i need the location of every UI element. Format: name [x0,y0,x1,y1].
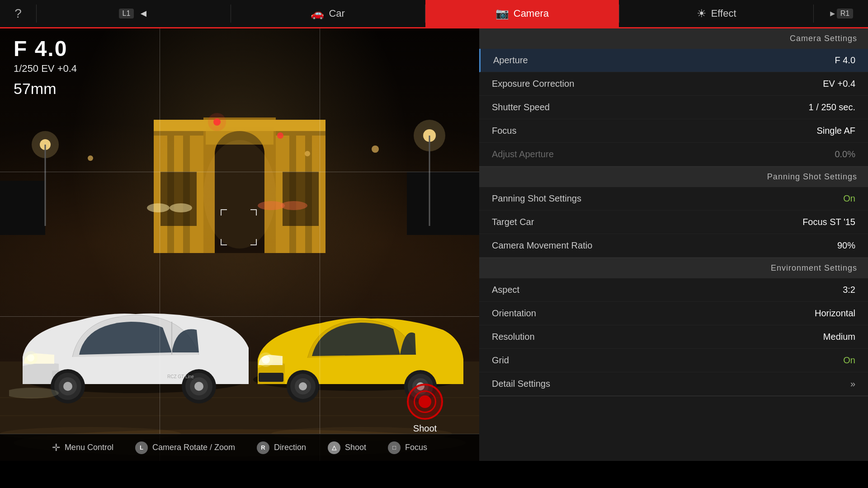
shoot-button-dot [419,395,431,408]
environment-settings-section: Environment Settings Aspect 3:2 Orientat… [479,258,868,396]
r1-badge: R1 [837,9,853,19]
exposure-row-label: Exposure Correction [492,79,574,89]
r1-arrow-icon: ► [829,9,837,19]
bottom-item-direction: R Direction [257,441,306,454]
shutter-speed-row[interactable]: Shutter Speed 1 / 250 sec. [479,96,868,119]
resolution-row[interactable]: Resolution Medium [479,325,868,349]
shutter-speed-row-value: 1 / 250 sec. [809,102,855,113]
adjust-aperture-row-value: 0.0% [835,149,855,160]
aspect-row[interactable]: Aspect 3:2 [479,278,868,302]
panning-shot-section: Panning Shot Settings Panning Shot Setti… [479,167,868,258]
car-icon: 🚗 [311,7,324,20]
r-badge: R [257,441,269,454]
nav-item-car[interactable]: 🚗 Car [231,0,425,27]
svg-point-58 [259,352,273,367]
environment-settings-header: Environment Settings [479,258,868,278]
svg-point-39 [280,201,307,210]
shoot-bottom-label: Shoot [345,443,366,452]
adjust-aperture-row: Adjust Aperture 0.0% [479,143,868,166]
detail-settings-row-label: Detail Settings [492,379,550,389]
camera-movement-row-label: Camera Movement Ratio [492,240,592,251]
triangle-badge: △ [328,441,340,454]
focus-row[interactable]: Focus Single AF [479,119,868,143]
aperture-row-value: F 4.0 [835,55,855,66]
svg-point-30 [88,155,93,161]
svg-point-48 [63,382,72,391]
orientation-row[interactable]: Orientation Horizontal [479,302,868,325]
detail-settings-row[interactable]: Detail Settings » [479,372,868,396]
camera-rotate-label: Camera Rotate / Zoom [152,443,235,452]
svg-point-35 [277,132,283,139]
nav-item-l1[interactable]: L1 ◄ [37,0,231,27]
focus-row-value: Single AF [816,126,855,136]
shutter-speed-row-label: Shutter Speed [492,102,550,113]
help-button[interactable]: ? [0,6,36,21]
white-car: RCZ GT Line [9,285,262,420]
nav-effect-label: Effect [711,8,736,19]
svg-point-32 [305,151,310,156]
bottom-item-shoot: △ Shoot [328,441,366,454]
nav-item-effect[interactable]: ☀ Effect [619,0,813,27]
l-badge: L [135,441,148,454]
grid-row-label: Grid [492,355,509,366]
bottom-item-camera-rotate: L Camera Rotate / Zoom [135,441,235,454]
svg-point-63 [299,382,307,390]
scene-viewport[interactable]: RCZ GT Line [0,27,479,461]
aspect-row-label: Aspect [492,285,519,295]
camera-movement-row[interactable]: Camera Movement Ratio 90% [479,234,868,258]
camera-settings-section: Camera Settings Aperture F 4.0 Exposure … [479,28,868,167]
shoot-button-container[interactable]: Shoot [407,384,443,434]
detail-settings-arrow: » [850,379,855,389]
l1-badge: L1 [119,9,134,19]
panning-shot-row[interactable]: Panning Shot Settings On [479,187,868,211]
exposure-row-value: EV +0.4 [823,79,855,89]
exposure-row[interactable]: Exposure Correction EV +0.4 [479,72,868,96]
svg-point-43 [24,351,38,365]
right-settings-panel: Camera Settings Aperture F 4.0 Exposure … [479,27,868,461]
help-icon: ? [14,6,22,21]
target-car-row-label: Target Car [492,217,534,227]
grid-row[interactable]: Grid On [479,349,868,372]
svg-point-31 [372,145,379,153]
target-car-row-value: Focus ST '15 [802,217,855,227]
target-car-row[interactable]: Target Car Focus ST '15 [479,211,868,234]
panning-shot-row-label: Panning Shot Settings [492,193,581,204]
aspect-row-value: 3:2 [843,285,855,295]
nav-item-camera[interactable]: 📷 Camera [425,0,619,27]
resolution-row-value: Medium [823,332,855,342]
orientation-row-label: Orientation [492,308,536,319]
shoot-button[interactable] [407,384,443,420]
camera-movement-row-value: 90% [837,240,855,251]
bottom-item-focus: □ Focus [388,441,427,454]
camera-icon: 📷 [495,7,509,20]
svg-point-37 [170,203,192,212]
nav-car-label: Car [329,8,344,19]
svg-rect-59 [259,373,283,382]
nav-camera-label: Camera [514,8,549,19]
scene-bottom-bar: ✛ Menu Control L Camera Rotate / Zoom R … [0,434,479,461]
aperture-row-label: Aperture [493,55,528,66]
svg-rect-22 [0,181,45,235]
focal-length-display: 57mm [14,80,77,98]
focus-row-label: Focus [492,126,516,136]
dpad-icon: ✛ [52,442,60,454]
orientation-row-value: Horizontal [815,308,855,319]
l1-arrow-icon: ◄ [138,8,148,19]
camera-settings-header: Camera Settings [479,28,868,49]
camera-info-overlay: F 4.0 1/250 EV +0.4 57mm [14,36,77,98]
effect-icon: ☀ [697,7,707,20]
aperture-display: F 4.0 [14,36,77,61]
adjust-aperture-row-label: Adjust Aperture [492,149,554,160]
square-badge: □ [388,441,401,454]
svg-point-52 [194,382,203,391]
focus-label: Focus [405,443,427,452]
top-navigation: ? L1 ◄ 🚗 Car 📷 Camera ☀ Effect ► R1 [0,0,868,27]
shoot-label: Shoot [413,423,437,434]
panning-shot-header: Panning Shot Settings [479,167,868,187]
menu-control-label: Menu Control [65,443,113,452]
shutter-ev-display: 1/250 EV +0.4 [14,63,77,75]
direction-label: Direction [274,443,306,452]
aperture-row[interactable]: Aperture F 4.0 [479,49,868,72]
top-accent-line [0,27,868,28]
svg-point-36 [147,203,170,212]
